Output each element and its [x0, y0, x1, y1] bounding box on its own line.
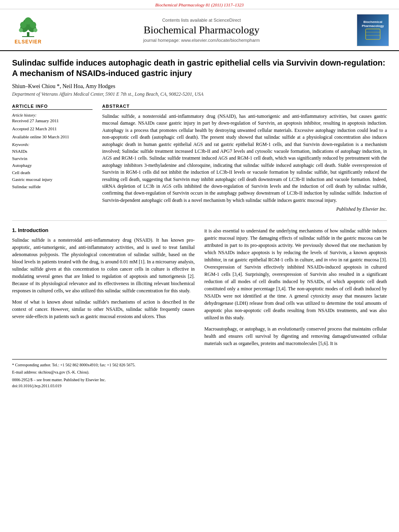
abstract-section: ABSTRACT Sulindac sulfide, a nonsteroida… [102, 104, 387, 212]
section-divider [12, 220, 387, 221]
keyword-5: Gastric mucosal injury [12, 176, 93, 183]
available-date: Available online 30 March 2011 [12, 134, 93, 139]
email-note: E-mail address: skchiou@va.gov (S.-K. Ch… [12, 369, 387, 375]
sciencedirect-line: Contents lists available at ScienceDirec… [52, 18, 351, 23]
history-label: Article history: [12, 113, 93, 117]
svg-point-7 [30, 22, 36, 28]
right-para1: it is also essential to understand the u… [204, 227, 387, 321]
journal-logo-text1: BiochemicalPharmacology [362, 20, 384, 28]
intro-section-number: 1. [12, 227, 18, 233]
article-info-panel: ARTICLE INFO Article history: Received 2… [12, 104, 93, 212]
body-right-col: it is also essential to understand the u… [204, 227, 387, 351]
svg-point-6 [20, 22, 27, 28]
svg-point-9 [33, 28, 37, 32]
body-left-col: 1. Introduction Sulindac sulfide is a no… [12, 227, 195, 351]
intro-heading: 1. Introduction [12, 227, 195, 233]
keywords-section: Keywords: NSAIDs Survivin Autophagy Cell… [12, 142, 93, 191]
authors: Shiun–Kwei Chiou *, Neil Hoa, Amy Hodges [12, 83, 387, 90]
keyword-2: Survivin [12, 155, 93, 162]
corresponding-note: * Corresponding author. Tel.: +1 562 862… [12, 362, 387, 368]
keyword-3: Autophagy [12, 162, 93, 169]
keyword-6: Sulindac sulfide [12, 183, 93, 191]
keywords-list: NSAIDs Survivin Autophagy Cell death Gas… [12, 148, 93, 191]
received-date: Received 27 January 2011 [12, 118, 93, 123]
journal-title: Biochemical Pharmacology [52, 24, 351, 36]
doi-line: doi:10.1016/j.bcp.2011.03.019 [12, 383, 387, 389]
keywords-label: Keywords: [12, 142, 93, 147]
journal-header-center: Contents lists available at ScienceDirec… [52, 18, 351, 43]
journal-logo-graphic [365, 28, 381, 40]
elsevier-tree-icon [16, 16, 40, 38]
issn-line: 0006-2952/$ – see front matter. Publishe… [12, 377, 387, 383]
journal-url: journal homepage: www.elsevier.com/locat… [52, 38, 351, 43]
elsevier-logo: ELSEVIER [8, 16, 48, 45]
journal-logo-box: BiochemicalPharmacology [355, 14, 391, 46]
svg-point-8 [19, 28, 23, 32]
body-columns: 1. Introduction Sulindac sulfide is a no… [12, 227, 387, 351]
article-footer: * Corresponding author. Tel.: +1 562 862… [12, 359, 387, 389]
elsevier-label: ELSEVIER [14, 39, 41, 45]
journal-header: ELSEVIER Contents lists available at Sci… [0, 9, 399, 51]
affiliation: Department of Veterans Affairs Medical C… [12, 91, 387, 97]
footer-ids: 0006-2952/$ – see front matter. Publishe… [12, 377, 387, 389]
abstract-text: Sulindac sulfide, a nonsteroidal anti-in… [102, 113, 387, 204]
intro-para1: Sulindac sulfide is a nonsteroidal anti-… [12, 236, 195, 294]
abstract-published: Published by Elsevier Inc. [102, 206, 387, 212]
article-info-heading: ARTICLE INFO [12, 104, 93, 110]
intro-para2: Most of what is known about sulindac sul… [12, 298, 195, 320]
svg-rect-10 [366, 29, 380, 39]
accepted-date: Accepted 22 March 2011 [12, 126, 93, 131]
right-para2: Macroautophagy, or autophagy, is an evol… [204, 325, 387, 347]
article-title: Sulindac sulfide induces autophagic deat… [12, 58, 387, 78]
keyword-1: NSAIDs [12, 148, 93, 155]
svg-rect-1 [22, 36, 34, 37]
main-content: Sulindac sulfide induces autophagic deat… [0, 51, 399, 397]
journal-citation-text: Biochemical Pharmacology 81 (2011) 1317–… [155, 2, 244, 7]
journal-citation-banner: Biochemical Pharmacology 81 (2011) 1317–… [0, 0, 399, 9]
article-info-abstract-section: ARTICLE INFO Article history: Received 2… [12, 104, 387, 212]
keyword-4: Cell death [12, 169, 93, 177]
intro-section-title: Introduction [18, 227, 48, 233]
journal-logo: BiochemicalPharmacology [357, 14, 389, 46]
abstract-heading: ABSTRACT [102, 104, 387, 110]
